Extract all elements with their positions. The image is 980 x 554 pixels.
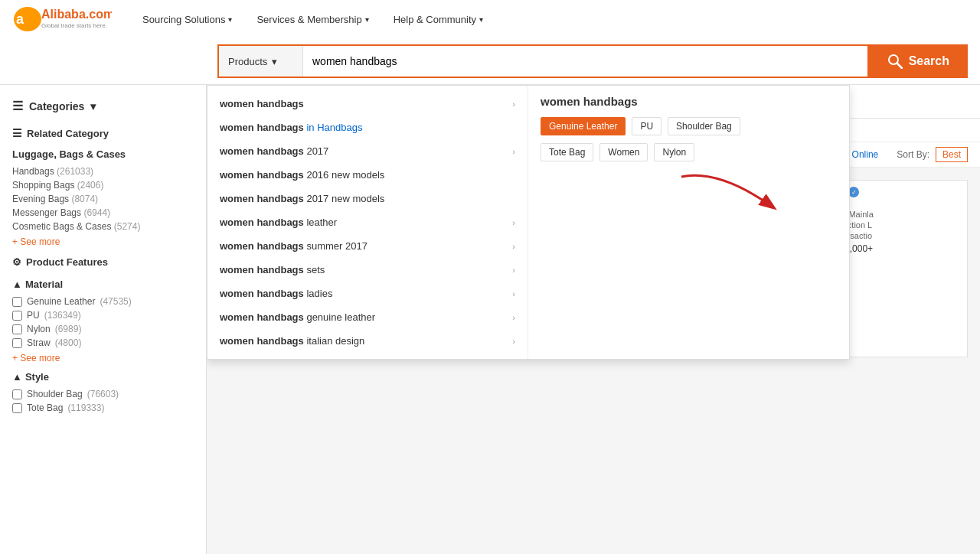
logo[interactable]: a Alibaba.com Global trade starts here. (12, 5, 112, 34)
sidebar-item-handbags[interactable]: Handbags (261033) (12, 165, 194, 178)
suggestion-10[interactable]: women handbags italian design › (207, 329, 528, 353)
header: a Alibaba.com Global trade starts here. … (0, 0, 980, 85)
suggestion-9[interactable]: women handbags genuine leather › (207, 305, 528, 329)
filter-pu[interactable]: PU (136349) (12, 308, 194, 322)
search-dropdown: women handbags › women handbags in Handb… (207, 85, 850, 360)
verified-icon: ✓ (848, 187, 859, 197)
suggestion-1[interactable]: women handbags in Handbags (207, 116, 528, 139)
collapse-icon: ▲ (12, 279, 22, 290)
related-category-section: ☰ Related Category Luggage, Bags & Cases… (12, 127, 194, 247)
suggestion-7[interactable]: women handbags sets › (207, 258, 528, 282)
see-more-categories[interactable]: + See more (12, 236, 194, 247)
style-collapse-icon: ▲ (12, 371, 22, 383)
categories-chevron-icon: ▾ (90, 100, 96, 112)
nylon-checkbox[interactable] (12, 324, 22, 334)
nav-services-membership[interactable]: Services & Membership ▾ (244, 14, 381, 25)
suggestion-0[interactable]: women handbags › (207, 92, 528, 116)
filter-tote-bag[interactable]: Tote Bag (119333) (12, 401, 194, 415)
material-filter-title: ▲ Material (12, 279, 194, 290)
tag-genuine-leather[interactable]: Genuine Leather (541, 117, 626, 135)
search-input[interactable] (303, 46, 867, 77)
dropdown-right-title: women handbags (541, 95, 837, 108)
related-category-icon: ☰ (12, 127, 22, 139)
sidebar-item-shopping-bags[interactable]: Shopping Bags (2406) (12, 178, 194, 192)
logo-svg: a Alibaba.com Global trade starts here. (12, 5, 112, 34)
svg-text:a: a (16, 11, 24, 27)
filter-genuine-leather[interactable]: Genuine Leather (47535) (12, 295, 194, 308)
sidebar-item-evening-bags[interactable]: Evening Bags (8074) (12, 192, 194, 206)
dropdown-tags-panel: women handbags Genuine Leather PU Should… (528, 86, 849, 359)
dropdown-suggestions: women handbags › women handbags in Handb… (207, 86, 528, 359)
services-chevron-icon: ▾ (365, 15, 369, 24)
svg-text:Alibaba.com: Alibaba.com (41, 8, 112, 21)
product-features-section: ⚙ Product Features ▲ Material Genuine Le… (12, 256, 194, 415)
tag-shoulder-bag[interactable]: Shoulder Bag (668, 117, 740, 135)
product-features-title: ⚙ Product Features (12, 256, 194, 271)
tag-group-row1: Genuine Leather PU Shoulder Bag (541, 117, 837, 135)
tag-tote-bag[interactable]: Tote Bag (541, 143, 593, 161)
categories-toggle[interactable]: ☰ Categories ▾ (12, 94, 194, 118)
sourcing-chevron-icon: ▾ (228, 15, 232, 24)
filter-nylon[interactable]: Nylon (6989) (12, 322, 194, 336)
shoulder-bag-checkbox[interactable] (12, 389, 22, 399)
sidebar-item-cosmetic-bags[interactable]: Cosmetic Bags & Cases (5274) (12, 220, 194, 233)
suggestion-3[interactable]: women handbags 2016 new models (207, 163, 528, 187)
product-features-icon: ⚙ (12, 256, 21, 268)
see-more-material[interactable]: + See more (12, 353, 194, 363)
help-chevron-icon: ▾ (479, 15, 483, 24)
style-filter-title: ▲ Style (12, 371, 194, 383)
search-icon (887, 54, 903, 69)
svg-text:Global trade starts here.: Global trade starts here. (41, 22, 107, 29)
straw-checkbox[interactable] (12, 338, 22, 348)
tote-bag-checkbox[interactable] (12, 403, 22, 413)
tag-group-row2: Tote Bag Women Nylon (541, 143, 837, 161)
tag-nylon[interactable]: Nylon (654, 143, 694, 161)
main-layout: ☰ Categories ▾ ☰ Related Category Luggag… (0, 85, 980, 554)
main-category-title: Luggage, Bags & Cases (12, 148, 194, 160)
svg-line-5 (897, 64, 902, 68)
tag-women[interactable]: Women (599, 143, 648, 161)
genuine-leather-checkbox[interactable] (12, 297, 22, 307)
nav-sourcing-solutions[interactable]: Sourcing Solutions ▾ (130, 14, 244, 25)
search-button[interactable]: Search (869, 44, 968, 78)
search-container: Products ▾ (217, 44, 869, 78)
suggestion-6[interactable]: women handbags summer 2017 › (207, 234, 528, 258)
style-filter-group: ▲ Style Shoulder Bag (76603) Tote Bag (1… (12, 371, 194, 415)
search-bar-row: Products ▾ Search (0, 38, 980, 84)
tag-pu[interactable]: PU (632, 117, 662, 135)
pu-checkbox[interactable] (12, 311, 22, 321)
suggestion-2[interactable]: women handbags 2017 › (207, 139, 528, 163)
sidebar: ☰ Categories ▾ ☰ Related Category Luggag… (0, 85, 207, 554)
main-nav: Sourcing Solutions ▾ Services & Membersh… (130, 14, 495, 25)
suggestion-8[interactable]: women handbags ladies › (207, 282, 528, 305)
search-category-dropdown[interactable]: Products ▾ (219, 46, 303, 77)
filter-shoulder-bag[interactable]: Shoulder Bag (76603) (12, 387, 194, 401)
menu-icon: ☰ (12, 99, 23, 113)
category-chevron-icon: ▾ (272, 56, 277, 67)
filter-straw[interactable]: Straw (4800) (12, 336, 194, 350)
related-category-title: ☰ Related Category (12, 127, 194, 142)
material-filter-group: ▲ Material Genuine Leather (47535) PU (1… (12, 279, 194, 363)
sort-area: Online Sort By: Best (852, 147, 968, 162)
main-content: Products S Supplier Location: Supplier T… (207, 85, 980, 554)
sidebar-item-messenger-bags[interactable]: Messenger Bags (6944) (12, 206, 194, 220)
nav-help-community[interactable]: Help & Community ▾ (381, 14, 495, 25)
suggestion-4[interactable]: women handbags 2017 new models (207, 187, 528, 210)
suggestion-5[interactable]: women handbags leather › (207, 210, 528, 234)
header-top: a Alibaba.com Global trade starts here. … (0, 0, 980, 38)
